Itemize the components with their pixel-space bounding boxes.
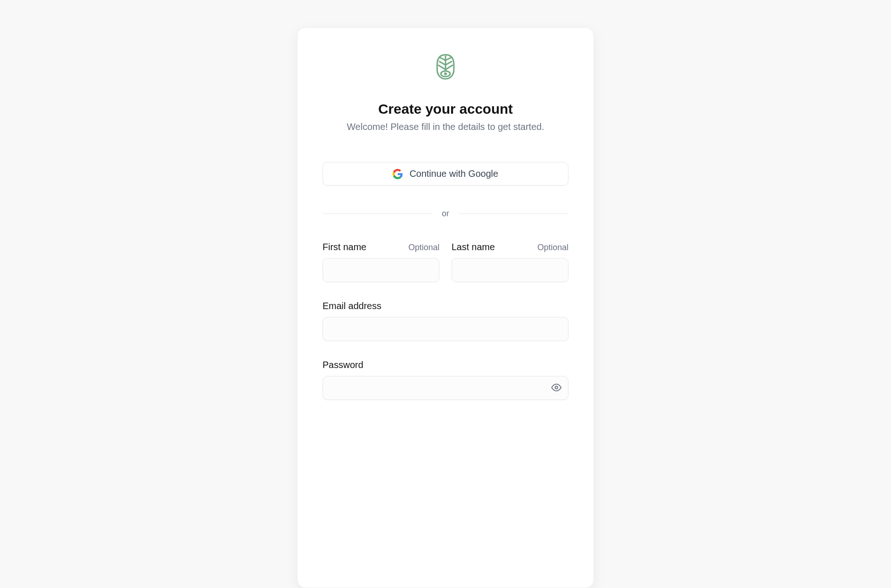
page-subtitle: Welcome! Please fill in the details to g… [347,122,544,132]
google-icon [393,169,403,179]
svg-line-3 [439,61,446,65]
svg-point-8 [444,72,447,75]
last-name-input[interactable] [452,258,568,282]
svg-line-2 [446,58,451,60]
toggle-password-visibility-button[interactable] [551,382,562,394]
signup-card: Create your account Welcome! Please fill… [297,27,594,588]
last-name-label: Last name [452,242,495,252]
eye-icon [551,382,562,394]
password-label: Password [323,360,363,370]
divider: or [323,209,568,219]
svg-line-1 [440,58,446,60]
svg-line-5 [438,65,446,70]
email-label: Email address [323,301,381,311]
divider-line [458,213,568,214]
google-button-label: Continue with Google [409,168,498,179]
page-title: Create your account [378,101,513,117]
continue-with-google-button[interactable]: Continue with Google [323,162,568,186]
first-name-optional: Optional [408,243,439,252]
divider-line [323,213,433,214]
password-input[interactable] [323,376,568,400]
first-name-label: First name [323,242,366,252]
email-input[interactable] [323,317,568,341]
divider-label: or [442,209,449,219]
last-name-field: Last name Optional [452,242,568,282]
password-field: Password [323,360,568,400]
signup-form: First name Optional Last name Optional E… [323,242,568,400]
svg-point-9 [555,386,558,389]
svg-line-4 [446,61,452,65]
email-field: Email address [323,301,568,341]
first-name-input[interactable] [323,258,439,282]
first-name-field: First name Optional [323,242,439,282]
brand-logo-icon [435,54,456,80]
last-name-optional: Optional [537,243,568,252]
svg-line-6 [446,65,453,70]
